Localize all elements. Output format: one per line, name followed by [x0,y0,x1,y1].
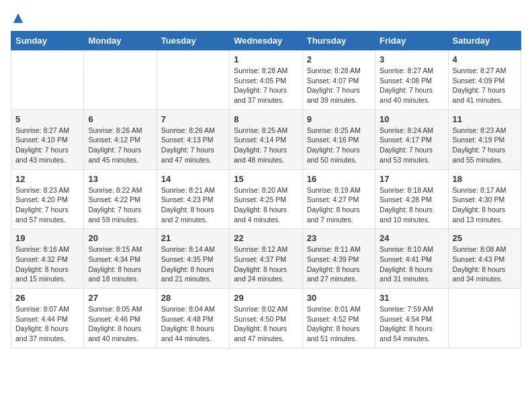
day-cell-26: 26Sunrise: 8:07 AM Sunset: 4:44 PM Dayli… [11,289,84,349]
day-cell-10: 10Sunrise: 8:24 AM Sunset: 4:17 PM Dayli… [375,109,448,169]
day-cell-27: 27Sunrise: 8:05 AM Sunset: 4:46 PM Dayli… [84,289,157,349]
day-number: 5 [15,114,79,124]
day-info: Sunrise: 8:14 AM Sunset: 4:35 PM Dayligh… [161,244,225,284]
day-cell-4: 4Sunrise: 8:27 AM Sunset: 4:09 PM Daylig… [448,50,521,110]
day-info: Sunrise: 8:23 AM Sunset: 4:20 PM Dayligh… [15,185,79,225]
day-info: Sunrise: 8:12 AM Sunset: 4:37 PM Dayligh… [234,244,298,284]
day-number: 26 [15,293,79,303]
day-number: 14 [161,174,225,184]
header-day-friday: Friday [375,32,448,50]
day-info: Sunrise: 8:01 AM Sunset: 4:52 PM Dayligh… [307,304,371,344]
day-number: 21 [161,233,225,243]
day-info: Sunrise: 8:23 AM Sunset: 4:19 PM Dayligh… [453,126,517,165]
day-cell-2: 2Sunrise: 8:28 AM Sunset: 4:07 PM Daylig… [302,50,375,110]
day-number: 15 [234,174,298,184]
day-info: Sunrise: 8:28 AM Sunset: 4:05 PM Dayligh… [234,66,298,105]
day-info: Sunrise: 8:05 AM Sunset: 4:46 PM Dayligh… [88,304,152,344]
day-cell-22: 22Sunrise: 8:12 AM Sunset: 4:37 PM Dayli… [230,229,302,289]
day-number: 12 [15,174,79,184]
day-cell-15: 15Sunrise: 8:20 AM Sunset: 4:25 PM Dayli… [230,169,302,229]
day-cell-7: 7Sunrise: 8:26 AM Sunset: 4:13 PM Daylig… [157,109,229,169]
empty-cell [448,289,521,349]
day-info: Sunrise: 8:27 AM Sunset: 4:09 PM Dayligh… [453,66,517,105]
day-cell-8: 8Sunrise: 8:25 AM Sunset: 4:14 PM Daylig… [230,109,302,169]
empty-cell [11,50,84,110]
day-cell-17: 17Sunrise: 8:18 AM Sunset: 4:28 PM Dayli… [375,169,448,229]
logo [11,11,24,24]
day-cell-19: 19Sunrise: 8:16 AM Sunset: 4:32 PM Dayli… [11,229,84,289]
day-info: Sunrise: 8:16 AM Sunset: 4:32 PM Dayligh… [15,244,79,284]
day-info: Sunrise: 8:27 AM Sunset: 4:10 PM Dayligh… [15,126,79,165]
day-cell-20: 20Sunrise: 8:15 AM Sunset: 4:34 PM Dayli… [84,229,157,289]
day-info: Sunrise: 8:21 AM Sunset: 4:23 PM Dayligh… [161,185,225,225]
day-cell-14: 14Sunrise: 8:21 AM Sunset: 4:23 PM Dayli… [157,169,229,229]
header-row: SundayMondayTuesdayWednesdayThursdayFrid… [11,32,521,50]
day-number: 19 [15,233,79,243]
page-header [11,11,521,24]
day-number: 23 [307,233,371,243]
day-number: 16 [307,174,371,184]
week-row-1: 1Sunrise: 8:28 AM Sunset: 4:05 PM Daylig… [11,50,521,110]
day-cell-11: 11Sunrise: 8:23 AM Sunset: 4:19 PM Dayli… [448,109,521,169]
day-number: 1 [234,54,298,64]
day-number: 24 [380,233,443,243]
day-number: 2 [307,54,371,64]
day-number: 8 [234,114,298,124]
day-number: 17 [380,174,443,184]
day-cell-28: 28Sunrise: 8:04 AM Sunset: 4:48 PM Dayli… [157,289,229,349]
day-number: 7 [161,114,225,124]
day-number: 28 [161,293,225,303]
day-info: Sunrise: 8:26 AM Sunset: 4:12 PM Dayligh… [88,126,152,165]
day-number: 13 [88,174,152,184]
header-day-thursday: Thursday [302,32,375,50]
empty-cell [157,50,229,110]
day-info: Sunrise: 8:22 AM Sunset: 4:22 PM Dayligh… [88,185,152,225]
svg-marker-0 [13,13,23,23]
day-cell-3: 3Sunrise: 8:27 AM Sunset: 4:08 PM Daylig… [375,50,448,110]
day-info: Sunrise: 8:02 AM Sunset: 4:50 PM Dayligh… [234,304,298,344]
day-number: 27 [88,293,152,303]
empty-cell [84,50,157,110]
day-info: Sunrise: 8:28 AM Sunset: 4:07 PM Dayligh… [307,66,371,105]
day-cell-25: 25Sunrise: 8:08 AM Sunset: 4:43 PM Dayli… [448,229,521,289]
day-cell-30: 30Sunrise: 8:01 AM Sunset: 4:52 PM Dayli… [302,289,375,349]
day-info: Sunrise: 8:11 AM Sunset: 4:39 PM Dayligh… [307,244,371,284]
day-info: Sunrise: 8:26 AM Sunset: 4:13 PM Dayligh… [161,126,225,165]
header-day-monday: Monday [84,32,157,50]
day-cell-18: 18Sunrise: 8:17 AM Sunset: 4:30 PM Dayli… [448,169,521,229]
day-info: Sunrise: 8:27 AM Sunset: 4:08 PM Dayligh… [380,66,443,105]
header-day-sunday: Sunday [11,32,84,50]
day-cell-23: 23Sunrise: 8:11 AM Sunset: 4:39 PM Dayli… [302,229,375,289]
day-cell-13: 13Sunrise: 8:22 AM Sunset: 4:22 PM Dayli… [84,169,157,229]
logo-icon [12,12,24,24]
day-number: 9 [307,114,371,124]
day-cell-31: 31Sunrise: 7:59 AM Sunset: 4:54 PM Dayli… [375,289,448,349]
day-info: Sunrise: 8:25 AM Sunset: 4:16 PM Dayligh… [307,126,371,165]
day-cell-1: 1Sunrise: 8:28 AM Sunset: 4:05 PM Daylig… [230,50,302,110]
day-info: Sunrise: 8:25 AM Sunset: 4:14 PM Dayligh… [234,126,298,165]
header-day-saturday: Saturday [448,32,521,50]
day-number: 4 [453,54,517,64]
day-cell-16: 16Sunrise: 8:19 AM Sunset: 4:27 PM Dayli… [302,169,375,229]
day-number: 10 [380,114,443,124]
day-info: Sunrise: 8:10 AM Sunset: 4:41 PM Dayligh… [380,244,443,284]
day-number: 6 [88,114,152,124]
calendar-body: 1Sunrise: 8:28 AM Sunset: 4:05 PM Daylig… [11,50,521,349]
day-info: Sunrise: 8:15 AM Sunset: 4:34 PM Dayligh… [88,244,152,284]
day-info: Sunrise: 8:17 AM Sunset: 4:30 PM Dayligh… [453,185,517,225]
day-number: 31 [380,293,443,303]
day-cell-6: 6Sunrise: 8:26 AM Sunset: 4:12 PM Daylig… [84,109,157,169]
calendar-table: SundayMondayTuesdayWednesdayThursdayFrid… [11,31,521,349]
day-number: 29 [234,293,298,303]
day-info: Sunrise: 8:18 AM Sunset: 4:28 PM Dayligh… [380,185,443,225]
day-info: Sunrise: 8:20 AM Sunset: 4:25 PM Dayligh… [234,185,298,225]
day-number: 11 [453,114,517,124]
day-number: 18 [453,174,517,184]
day-info: Sunrise: 8:19 AM Sunset: 4:27 PM Dayligh… [307,185,371,225]
day-cell-24: 24Sunrise: 8:10 AM Sunset: 4:41 PM Dayli… [375,229,448,289]
header-day-tuesday: Tuesday [157,32,229,50]
day-number: 22 [234,233,298,243]
day-number: 30 [307,293,371,303]
day-info: Sunrise: 8:07 AM Sunset: 4:44 PM Dayligh… [15,304,79,344]
day-number: 3 [380,54,443,64]
